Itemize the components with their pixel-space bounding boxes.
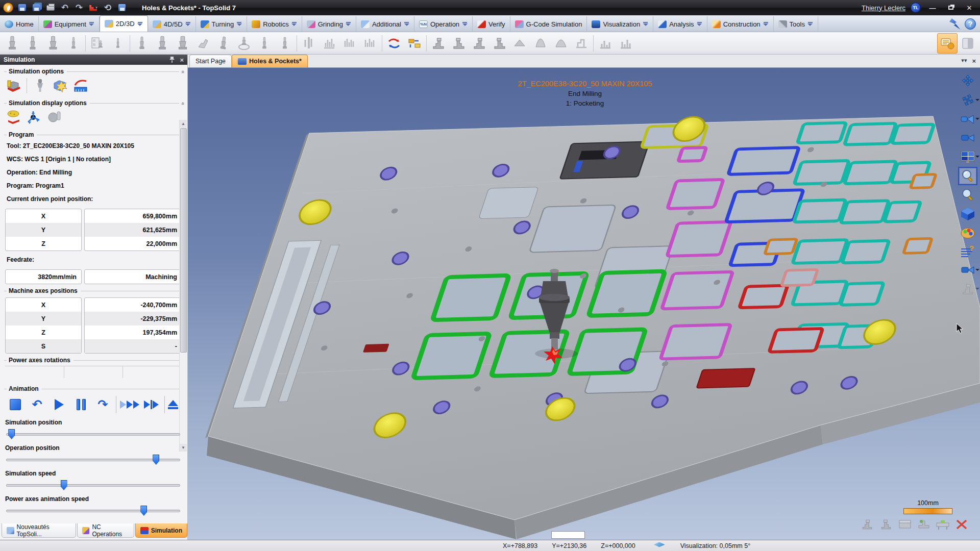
eject-button[interactable]	[168, 400, 178, 409]
tab-construction[interactable]: Construction	[707, 16, 774, 32]
show-machine-icon[interactable]	[860, 518, 874, 531]
close-button[interactable]: ✕	[963, 3, 976, 12]
tab-operation[interactable]: %NOperation	[414, 16, 473, 32]
tab-turning[interactable]: Turning	[196, 16, 248, 32]
swap-operations-icon[interactable]	[384, 33, 404, 54]
tab-gcode-simulation[interactable]: G-Code Simulation	[510, 16, 587, 32]
simulation-stack-button[interactable]: ▾	[88, 3, 99, 13]
reaming-op-icon[interactable]	[63, 33, 84, 54]
tab-verify[interactable]: Verify	[473, 16, 510, 32]
report-icon[interactable]	[616, 33, 636, 54]
panel-close-icon[interactable]: ×	[180, 56, 184, 64]
simulate-toolpath-icon[interactable]	[469, 33, 489, 54]
tab-robotics[interactable]: Robotics	[247, 16, 302, 32]
simulate-part-icon[interactable]	[489, 33, 510, 54]
tab-nc-operations[interactable]: NC Operations	[77, 523, 134, 538]
verify-part-icon[interactable]	[530, 33, 551, 54]
pause-button[interactable]	[71, 395, 91, 414]
tab-2d3d[interactable]: 2D/3D	[100, 15, 148, 32]
tab-additional[interactable]: Additional	[356, 16, 414, 32]
collapse-icon[interactable]: «	[180, 102, 186, 104]
close-document-icon[interactable]: ×	[972, 57, 976, 65]
panel-header[interactable]: Simulation ×	[0, 55, 187, 65]
fast-forward-button[interactable]	[119, 395, 139, 414]
redo-button[interactable]: ↷▾	[74, 3, 85, 13]
thread-mill-icon[interactable]	[234, 33, 254, 54]
visual-help-button[interactable]: ?	[960, 244, 976, 259]
zoom-button[interactable]	[960, 187, 976, 203]
tab-4d5d[interactable]: 4D/5D	[148, 16, 196, 32]
step-forward-button[interactable]: ↷	[93, 395, 113, 414]
tab-simulation[interactable]: Simulation	[135, 523, 187, 538]
visualization-layers-icon[interactable]	[654, 542, 665, 549]
turn-groove-icon[interactable]	[319, 33, 339, 54]
simulation-position-slider[interactable]	[6, 428, 180, 440]
scroll-down-icon[interactable]: ▼	[180, 444, 187, 452]
pocketing-op-icon[interactable]	[132, 33, 152, 54]
tab-visualization[interactable]: Visualization	[587, 16, 653, 32]
simulate-machine-icon[interactable]	[428, 33, 449, 54]
turn-rough-icon[interactable]	[299, 33, 319, 54]
zoom-window-button[interactable]	[960, 168, 976, 184]
verify-stock-icon[interactable]	[510, 33, 530, 54]
user-avatar[interactable]: TL	[911, 3, 921, 13]
tab-home[interactable]: Home	[0, 16, 39, 32]
measure-simulation-icon[interactable]	[73, 78, 88, 93]
refresh-button[interactable]: ⟲	[102, 3, 113, 13]
side-panel-toggle-icon[interactable]	[958, 33, 978, 54]
simulation-speed-slider[interactable]	[6, 479, 180, 491]
viewport-layout-button[interactable]	[960, 149, 976, 165]
power-axes-speed-slider[interactable]	[6, 505, 180, 517]
slider-thumb[interactable]	[153, 455, 159, 465]
facing-op-icon[interactable]	[173, 33, 193, 54]
manual-op-icon[interactable]	[193, 33, 213, 54]
contouring-op-icon[interactable]	[152, 33, 173, 54]
scroll-thumb[interactable]	[180, 128, 187, 353]
tab-holes-pockets[interactable]: Holes & Pockets*	[232, 55, 308, 67]
tapping-op-icon[interactable]	[22, 33, 43, 54]
operation-position-slider[interactable]	[6, 454, 180, 466]
analyze-rest-icon[interactable]	[571, 33, 592, 54]
camera-view-button[interactable]	[960, 263, 976, 278]
mini-field[interactable]	[551, 531, 585, 539]
simulation-active-button[interactable]	[937, 33, 958, 54]
tab-grinding[interactable]: Grinding	[302, 16, 356, 32]
engraving-op-icon[interactable]	[213, 33, 234, 54]
tab-start-page[interactable]: Start Page	[189, 55, 232, 67]
collision-marks-icon[interactable]	[954, 518, 969, 531]
show-head-icon[interactable]	[879, 518, 893, 531]
tab-nouveautes[interactable]: Nouveautés TopSoli...	[2, 523, 76, 538]
show-fixture-icon[interactable]	[917, 518, 931, 531]
tab-tools[interactable]: Tools	[774, 16, 818, 32]
hole-wizard-icon[interactable]	[87, 33, 108, 54]
stop-button[interactable]	[5, 395, 25, 414]
minimize-button[interactable]: —	[926, 3, 939, 12]
spot-drill-icon[interactable]	[108, 33, 128, 54]
tab-analysis[interactable]: Analysis	[653, 16, 707, 32]
user-account-link[interactable]: Thierry Leclerc	[862, 4, 905, 12]
viewport-3d[interactable]: 2T_EC200E38-3C20_50 MAXIN 20X105 End Mil…	[188, 68, 980, 540]
pan-button[interactable]	[960, 74, 976, 89]
machine-simulation-mode-icon[interactable]	[6, 78, 21, 93]
print-button[interactable]	[45, 3, 56, 13]
turn-finish-icon[interactable]	[360, 33, 380, 54]
skip-to-end-button[interactable]	[141, 395, 161, 414]
collision-detection-icon[interactable]	[53, 78, 68, 93]
simulate-stock-icon[interactable]	[449, 33, 469, 54]
show-table-icon[interactable]	[936, 518, 950, 531]
rotate-view-button[interactable]	[960, 93, 976, 108]
show-stock-icon[interactable]	[898, 518, 912, 531]
reorder-operations-icon[interactable]	[404, 33, 425, 54]
tool-display-option-icon[interactable]	[32, 78, 47, 93]
scroll-up-icon[interactable]: ▲	[180, 120, 187, 128]
topsolid-logo-icon[interactable]	[3, 3, 13, 13]
slot-op-icon[interactable]	[275, 33, 295, 54]
save-button[interactable]	[16, 3, 28, 13]
isometric-view-button[interactable]	[960, 206, 976, 221]
slider-thumb[interactable]	[140, 506, 147, 516]
rewind-button[interactable]: ↶	[27, 395, 47, 414]
panel-scrollbar[interactable]: ▲ ▼	[179, 120, 187, 452]
material-removal-icon[interactable]	[6, 110, 21, 125]
boring-op-icon[interactable]	[43, 33, 63, 54]
render-style-button[interactable]	[960, 225, 976, 240]
